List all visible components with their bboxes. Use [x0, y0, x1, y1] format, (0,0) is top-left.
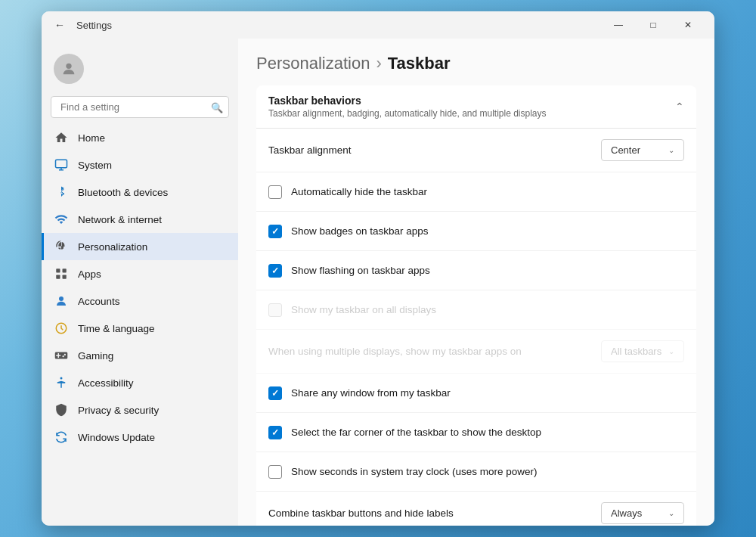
svg-point-6	[59, 296, 64, 301]
chevron-down-icon: ⌄	[668, 347, 674, 355]
sidebar-label-accessibility: Accessibility	[78, 377, 134, 389]
section-subtitle: Taskbar alignment, badging, automaticall…	[268, 108, 547, 119]
sidebar-item-gaming[interactable]: Gaming	[42, 342, 238, 369]
sidebar-item-system[interactable]: System	[42, 151, 238, 178]
setting-label-alldisplays: Show my taskbar on all displays	[291, 304, 684, 315]
badges-checkbox[interactable]	[268, 225, 282, 238]
flashing-checkbox[interactable]	[268, 264, 282, 278]
minimize-button[interactable]: —	[601, 13, 636, 37]
autohide-checkbox[interactable]	[268, 185, 282, 199]
setting-label-multidisplay: When using multiple displays, show my ta…	[268, 346, 601, 357]
bluetooth-icon	[54, 185, 69, 200]
apps-icon	[54, 266, 69, 281]
chevron-down-icon: ⌄	[668, 509, 674, 517]
setting-label-badges: Show badges on taskbar apps	[291, 225, 684, 237]
combine-dropdown[interactable]: Always ⌄	[601, 502, 684, 524]
network-icon	[54, 212, 69, 227]
sidebar-item-network[interactable]: Network & internet	[42, 206, 238, 233]
settings-window: ← Settings — □ ✕ 🔍	[42, 11, 714, 526]
section-title: Taskbar behaviors	[268, 95, 547, 107]
time-icon	[54, 321, 69, 336]
multidisplay-value: All taskbars	[611, 346, 662, 357]
alignment-value: Center	[611, 144, 640, 156]
sidebar-item-privacy[interactable]: Privacy & security	[42, 396, 238, 424]
setting-row-autohide: Automatically hide the taskbar	[256, 172, 696, 212]
sidebar-label-time: Time & language	[78, 323, 155, 334]
breadcrumb-separator: ›	[376, 54, 381, 73]
privacy-icon	[54, 402, 69, 417]
user-avatar-area	[42, 45, 238, 96]
sidebar-label-update: Windows Update	[78, 432, 155, 443]
sidebar-label-personalization: Personalization	[78, 241, 147, 253]
showseconds-checkbox[interactable]	[268, 465, 282, 479]
accessibility-icon	[54, 375, 69, 390]
setting-row-showseconds: Show seconds in system tray clock (uses …	[256, 452, 696, 492]
sidebar-label-network: Network & internet	[78, 214, 162, 225]
svg-point-8	[60, 377, 63, 380]
svg-rect-2	[56, 268, 60, 272]
setting-label-sharewindow: Share any window from my taskbar	[291, 387, 684, 399]
setting-label-alignment: Taskbar alignment	[268, 144, 601, 156]
setting-label-combine: Combine taskbar buttons and hide labels	[268, 508, 601, 519]
combine-value: Always	[611, 508, 642, 519]
main-layout: 🔍 Home System Bluetooth & devices	[42, 39, 714, 526]
system-icon	[54, 157, 69, 172]
section-collapse-icon[interactable]: ⌃	[675, 101, 684, 113]
setting-row-combine: Combine taskbar buttons and hide labels …	[256, 492, 696, 526]
gaming-icon	[54, 348, 69, 363]
setting-label-autohide: Automatically hide the taskbar	[291, 186, 684, 197]
window-title: Settings	[76, 20, 593, 31]
update-icon	[54, 430, 69, 445]
svg-rect-3	[63, 268, 67, 272]
main-content: Personalization › Taskbar Taskbar behavi…	[238, 39, 714, 526]
setting-row-farcorner: Select the far corner of the taskbar to …	[256, 413, 696, 452]
svg-rect-4	[56, 275, 60, 279]
setting-row-badges: Show badges on taskbar apps	[256, 212, 696, 251]
sidebar-item-accessibility[interactable]: Accessibility	[42, 369, 238, 396]
setting-row-flashing: Show flashing on taskbar apps	[256, 251, 696, 290]
sidebar-item-home[interactable]: Home	[42, 124, 238, 151]
setting-label-flashing: Show flashing on taskbar apps	[291, 265, 684, 276]
search-input[interactable]	[51, 96, 229, 118]
sidebar: 🔍 Home System Bluetooth & devices	[42, 39, 238, 526]
sidebar-item-update[interactable]: Windows Update	[42, 424, 238, 451]
setting-label-showseconds: Show seconds in system tray clock (uses …	[291, 466, 684, 477]
maximize-button[interactable]: □	[636, 13, 671, 37]
search-icon: 🔍	[211, 101, 223, 113]
personalization-icon	[54, 239, 69, 254]
alignment-dropdown[interactable]: Center ⌄	[601, 139, 684, 161]
search-box[interactable]: 🔍	[51, 96, 229, 118]
svg-point-0	[66, 64, 71, 69]
section-header: Taskbar behaviors Taskbar alignment, bad…	[256, 85, 696, 129]
farcorner-checkbox[interactable]	[268, 426, 282, 439]
breadcrumb: Personalization › Taskbar	[256, 54, 696, 73]
accounts-icon	[54, 293, 69, 309]
sidebar-label-system: System	[78, 160, 112, 171]
setting-row-sharewindow: Share any window from my taskbar	[256, 374, 696, 413]
sidebar-item-personalization[interactable]: Personalization	[42, 233, 238, 260]
sidebar-label-home: Home	[78, 132, 105, 144]
close-button[interactable]: ✕	[671, 13, 705, 37]
sidebar-item-bluetooth[interactable]: Bluetooth & devices	[42, 178, 238, 206]
home-icon	[54, 130, 69, 145]
setting-label-farcorner: Select the far corner of the taskbar to …	[291, 427, 684, 438]
sidebar-item-accounts[interactable]: Accounts	[42, 287, 238, 315]
titlebar: ← Settings — □ ✕	[42, 11, 714, 39]
sharewindow-checkbox[interactable]	[268, 386, 282, 400]
sidebar-label-privacy: Privacy & security	[78, 405, 159, 416]
svg-rect-5	[63, 275, 67, 279]
alldisplays-checkbox[interactable]	[268, 303, 282, 317]
svg-rect-1	[56, 160, 67, 168]
sidebar-label-apps: Apps	[78, 268, 101, 280]
sidebar-item-apps[interactable]: Apps	[42, 260, 238, 287]
back-button[interactable]: ←	[51, 16, 69, 34]
sidebar-label-accounts: Accounts	[78, 296, 120, 307]
sidebar-label-bluetooth: Bluetooth & devices	[78, 187, 168, 198]
sidebar-item-time[interactable]: Time & language	[42, 315, 238, 342]
section-body: Taskbar alignment Center ⌄ Automatically…	[256, 129, 696, 526]
breadcrumb-parent: Personalization	[256, 54, 370, 73]
taskbar-behaviors-section: Taskbar behaviors Taskbar alignment, bad…	[256, 85, 696, 526]
section-header-text: Taskbar behaviors Taskbar alignment, bad…	[268, 95, 547, 119]
avatar	[54, 54, 84, 84]
multidisplay-dropdown[interactable]: All taskbars ⌄	[601, 340, 684, 362]
